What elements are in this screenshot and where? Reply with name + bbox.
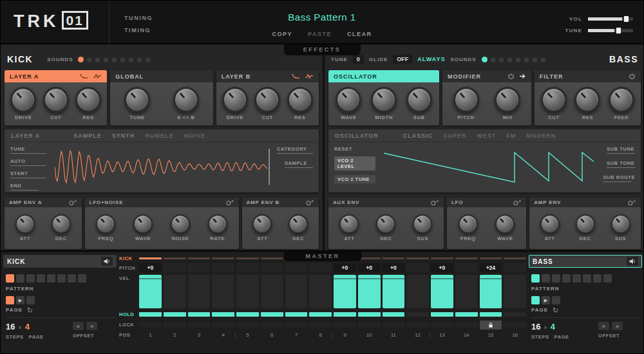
pattern-title[interactable]: Bass Pattern 1 — [194, 12, 450, 23]
lock-cell[interactable] — [358, 322, 381, 328]
dec-knob[interactable] — [52, 214, 71, 234]
speaker-icon[interactable] — [627, 257, 638, 266]
hold-cell[interactable] — [261, 312, 283, 317]
bass-channel-header[interactable]: BASS — [529, 255, 642, 268]
wave-icon[interactable] — [305, 73, 314, 79]
pattern-cell[interactable] — [78, 274, 86, 283]
lock-cell[interactable] — [504, 322, 526, 328]
clear-button[interactable]: CLEAR — [347, 31, 372, 37]
sound-dot[interactable] — [498, 57, 504, 62]
vel-bar[interactable] — [285, 275, 308, 308]
kick-step-marker[interactable] — [504, 257, 526, 259]
pattern-cell[interactable] — [573, 274, 581, 283]
tab-west[interactable]: WEST — [477, 133, 496, 139]
master-tab[interactable]: MASTER — [284, 252, 362, 261]
sound-dot[interactable] — [78, 57, 84, 62]
pitch-cell[interactable]: +0 — [139, 263, 162, 272]
lock-cell[interactable] — [309, 322, 332, 328]
cut-knob[interactable] — [254, 87, 280, 113]
vol-slider-handle[interactable] — [624, 16, 629, 22]
offset-prev-button[interactable]: « — [598, 322, 609, 330]
pitch-cell[interactable] — [455, 263, 478, 272]
pitch-cell[interactable]: +0 — [334, 263, 356, 272]
pluck-env-icon[interactable] — [80, 73, 88, 79]
pattern-cell[interactable] — [47, 274, 55, 283]
param-vco2-level[interactable]: VCO 2 LEVEL — [334, 156, 375, 171]
param-sub-tone[interactable]: SUB TONE — [607, 160, 635, 168]
att-knob[interactable] — [252, 214, 272, 234]
wave-knob[interactable] — [495, 214, 515, 234]
lock-cell[interactable] — [406, 322, 429, 328]
mod-dial-icon[interactable] — [513, 200, 522, 206]
att-knob[interactable] — [15, 214, 35, 234]
timing-label[interactable]: TIMING — [124, 27, 153, 33]
vol-slider[interactable] — [588, 17, 633, 21]
vel-bar[interactable] — [480, 275, 502, 308]
vel-bar[interactable] — [431, 275, 453, 308]
page-cell-active[interactable] — [531, 296, 540, 304]
freq-knob[interactable] — [96, 214, 115, 234]
pluck-env-icon[interactable] — [292, 73, 300, 79]
kick-step-marker[interactable] — [261, 257, 283, 259]
hold-cell[interactable] — [480, 312, 502, 317]
res-knob[interactable] — [287, 87, 313, 113]
effects-tab[interactable]: EFFECTS — [284, 44, 361, 55]
kick-step-marker[interactable] — [139, 257, 162, 259]
lock-cell[interactable] — [383, 322, 405, 328]
kick-step-marker[interactable] — [406, 257, 429, 259]
pitch-cell[interactable] — [236, 263, 259, 272]
sound-dot[interactable] — [111, 57, 117, 62]
kick-step-marker[interactable] — [236, 257, 259, 259]
dec-knob[interactable] — [376, 214, 395, 234]
lock-cell[interactable] — [431, 322, 453, 328]
pattern-cell[interactable] — [552, 274, 560, 283]
page-play-cell[interactable]: ▶ — [16, 296, 24, 304]
hold-cell[interactable] — [285, 312, 308, 317]
vel-bar[interactable] — [309, 275, 332, 308]
offset-next-button[interactable]: » — [86, 322, 97, 330]
mod-dial-icon[interactable] — [627, 200, 636, 206]
tuning-label[interactable]: TUNING — [124, 15, 153, 21]
always-toggle[interactable]: ALWAYS — [417, 56, 445, 62]
kick-step-marker[interactable] — [431, 257, 453, 259]
kick-waveform-display[interactable] — [55, 145, 271, 189]
pattern-cell[interactable] — [6, 274, 14, 283]
sound-dot[interactable] — [145, 57, 151, 62]
tab-sample[interactable]: SAMPLE — [73, 133, 102, 139]
power-icon[interactable] — [507, 73, 515, 80]
paste-button[interactable]: PASTE — [308, 31, 332, 37]
tune-slider[interactable] — [588, 29, 633, 32]
cut-knob[interactable] — [43, 87, 69, 113]
rate-knob[interactable] — [208, 214, 227, 234]
steps-value[interactable]: 16 — [6, 322, 15, 331]
drive-knob[interactable] — [222, 87, 248, 113]
pitch-cell[interactable]: +0 — [383, 263, 405, 272]
feed-knob[interactable] — [609, 87, 634, 113]
page-cell[interactable] — [26, 296, 35, 304]
kick-step-marker[interactable] — [383, 257, 405, 259]
tab-noise[interactable]: NOISE — [184, 133, 205, 139]
lock-cell[interactable] — [139, 322, 162, 328]
sub-knob[interactable] — [406, 87, 432, 113]
lock-cell[interactable] — [188, 322, 211, 328]
param-sample[interactable]: SAMPLE — [285, 160, 313, 168]
pitch-cell[interactable]: +24 — [480, 263, 502, 272]
sound-dot[interactable] — [490, 57, 496, 62]
tune-knob[interactable] — [124, 87, 150, 113]
drive-knob[interactable] — [10, 87, 36, 113]
lock-cell[interactable] — [261, 322, 283, 328]
pattern-cell[interactable] — [593, 274, 601, 283]
pitch-cell[interactable] — [164, 263, 186, 272]
vel-bar[interactable] — [383, 275, 405, 308]
sound-dot[interactable] — [507, 57, 513, 62]
tab-fm[interactable]: FM — [506, 133, 516, 139]
param-sub-tune[interactable]: SUB TUNE — [607, 146, 635, 154]
power-icon[interactable] — [629, 73, 636, 80]
offset-next-button[interactable]: » — [612, 322, 623, 330]
mod-dial-icon[interactable] — [68, 200, 77, 206]
pattern-cell[interactable] — [542, 274, 550, 283]
mod-dial-icon[interactable] — [430, 200, 439, 206]
pitch-cell[interactable]: +0 — [431, 263, 453, 272]
dec-knob[interactable] — [576, 214, 595, 234]
vel-bar[interactable] — [334, 275, 356, 308]
